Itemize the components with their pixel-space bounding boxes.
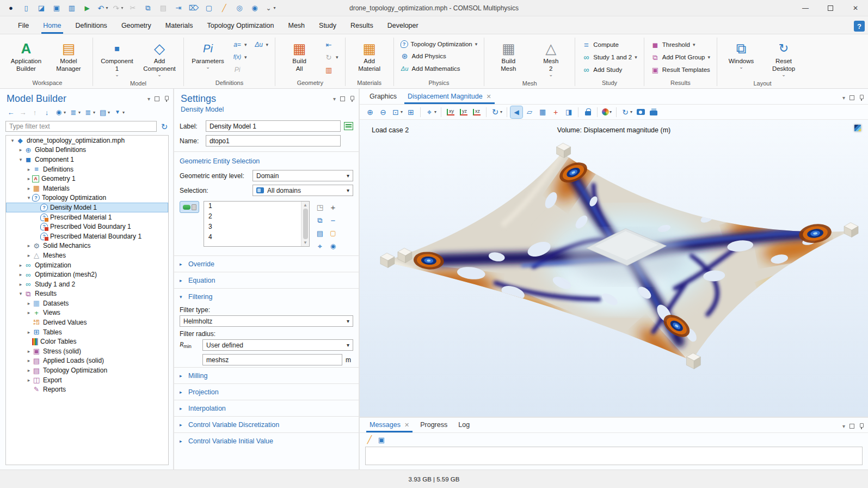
txt-fx-button[interactable]: f(x)▾	[230, 51, 250, 63]
geom-import-button[interactable]: ⇤	[321, 39, 342, 51]
selection-list-item[interactable]: 4	[204, 233, 309, 243]
section-interpolation[interactable]: ▸Interpolation	[174, 400, 359, 416]
float-panel-icon[interactable]	[340, 96, 345, 101]
new-file-button[interactable]: ▯	[20, 2, 33, 14]
tree-item-color-tables[interactable]: Color Tables	[6, 337, 168, 346]
reset-desktop-button[interactable]: ↻ResetDesktop⌄	[763, 38, 804, 79]
view-yz-icon[interactable]: yz	[458, 106, 470, 118]
filter-radius-input[interactable]	[202, 354, 342, 365]
tree-item-tables[interactable]: ▸⊞Tables	[6, 327, 168, 337]
selection-list-item[interactable]: 1	[204, 202, 309, 212]
zoom-selection-icon[interactable]: ⌖	[314, 240, 326, 252]
tree-chevron[interactable]: ▸	[26, 349, 32, 354]
legend-icon[interactable]	[854, 124, 861, 132]
compute-button[interactable]: =Compute	[578, 39, 641, 51]
panel-menu-icon[interactable]: ▾	[842, 95, 845, 101]
model-manager-button[interactable]: ▤ModelManager	[48, 38, 89, 75]
image-effects-icon[interactable]: ▾	[601, 106, 613, 118]
tree-chevron[interactable]: ▸	[17, 282, 24, 287]
add-plot-group-button[interactable]: ⧉Add Plot Group▾	[648, 51, 713, 63]
view-xy-icon[interactable]: xy	[445, 106, 457, 118]
tree-item-views[interactable]: ▸+Views	[6, 308, 168, 318]
transparency-icon[interactable]: ▱	[524, 106, 535, 118]
txt-pi-button[interactable]: Pi	[230, 64, 250, 76]
ribbon-tab-study[interactable]: Study	[312, 18, 343, 34]
redo-button[interactable]: ↷▾	[111, 2, 124, 14]
tree-item-prescribed-void-boundary-1[interactable]: ?Prescribed Void Boundary 1	[6, 222, 168, 231]
tree-item-solid-mechanics[interactable]: ▸⚙Solid Mechanics	[6, 241, 168, 251]
tree-chevron[interactable]: ▸	[26, 377, 32, 383]
name-field[interactable]	[206, 135, 341, 147]
forward-icon[interactable]: →	[17, 107, 28, 118]
ribbon-tab-definitions[interactable]: Definitions	[69, 18, 114, 34]
minimize-button[interactable]: —	[793, 0, 818, 16]
geom-rebuild-button[interactable]: ↻▾	[321, 51, 342, 63]
graphics-tab-graphics[interactable]: Graphics	[364, 89, 402, 104]
add-selection-icon[interactable]: +	[327, 201, 339, 213]
active-toggle[interactable]	[180, 201, 199, 213]
threshold-button[interactable]: ◼Threshold▾	[648, 39, 713, 51]
view-grid-icon[interactable]: ▦	[537, 106, 549, 118]
add-mathematics-button[interactable]: ΔuAdd Mathematics	[397, 63, 481, 75]
tree-chevron[interactable]: ▸	[26, 368, 32, 373]
add-physics-button[interactable]: ⊛Add Physics	[397, 50, 481, 62]
snapshot-icon[interactable]	[635, 106, 647, 118]
paste-selection-icon[interactable]: ▤	[314, 227, 326, 239]
tree-item-results[interactable]: ▾⧉Results	[6, 289, 168, 299]
tree-chevron[interactable]: ▸	[26, 176, 32, 181]
tree-chevron[interactable]: ▸	[26, 310, 32, 315]
ribbon-tab-results[interactable]: Results	[343, 18, 380, 34]
move-up-icon[interactable]: ↑	[29, 107, 40, 118]
txt-a-button[interactable]: a=▾	[230, 39, 250, 51]
update-plot-icon[interactable]: ↻▾	[620, 106, 633, 118]
geom-virtual-button[interactable]: ▥	[321, 64, 342, 76]
tree-chevron[interactable]: ▸	[26, 358, 32, 363]
zoom-in-icon[interactable]: ⊕	[364, 106, 376, 118]
show-icon[interactable]: ◉▾	[53, 107, 67, 118]
tree-chevron[interactable]: ▾	[26, 195, 32, 200]
messages-tab-messages[interactable]: Messages✕	[364, 418, 415, 432]
tree-chevron[interactable]: ▾	[17, 157, 24, 162]
panel-menu-icon[interactable]: ▾	[333, 96, 336, 102]
save-file-button[interactable]: ▣	[50, 2, 63, 14]
mesh-2-button[interactable]: △Mesh2⌄	[530, 38, 571, 79]
close-tab-icon[interactable]: ✕	[404, 422, 409, 429]
messages-output[interactable]	[365, 447, 863, 465]
messages-tab-progress[interactable]: Progress	[415, 418, 453, 432]
pin-panel-icon[interactable]	[859, 423, 864, 429]
float-panel-icon[interactable]	[155, 96, 159, 101]
tree-item-study-1-and-2[interactable]: ▸∞Study 1 and 2	[6, 279, 168, 289]
remove-selection-icon[interactable]: −	[327, 214, 339, 226]
copy-button[interactable]: ⧉	[141, 2, 155, 14]
collapse-all-icon[interactable]: ≣▾	[83, 107, 96, 118]
ribbon-tab-materials[interactable]: Materials	[158, 18, 200, 34]
hide-selection-icon[interactable]: ◉	[327, 240, 339, 252]
label-field[interactable]	[206, 120, 341, 132]
delete-button[interactable]: ⌦	[187, 2, 200, 14]
print-icon[interactable]	[648, 106, 660, 118]
windows-button[interactable]: ⧉Windows⌄	[721, 38, 762, 71]
tree-item-datasets[interactable]: ▸▦Datasets	[6, 298, 168, 308]
txt-du-button[interactable]: Δu▾	[251, 39, 272, 51]
axis-indicator-icon[interactable]: +	[550, 106, 562, 118]
create-selection-icon[interactable]: ◳	[314, 201, 326, 213]
tree-chevron[interactable]: ▸	[17, 263, 24, 268]
select-box-button[interactable]: ▢	[202, 2, 216, 14]
add-component-button[interactable]: ◇AddComponent⌄	[139, 38, 180, 79]
clear-log-icon[interactable]: ╱	[365, 435, 374, 444]
tree-chevron[interactable]: ▸	[26, 301, 32, 306]
tree-item-component-1[interactable]: ▾◼Component 1	[6, 155, 168, 164]
tree-item-geometry-1[interactable]: ▸AGeometry 1	[6, 174, 168, 184]
tree-item-topology-optimization[interactable]: ▾?Topology Optimization	[6, 193, 168, 203]
tree-item-prescribed-material-boundary-1[interactable]: ?Prescribed Material Boundary 1	[6, 231, 168, 241]
tree-item-optimization-mesh2-[interactable]: ▸∞Optimization (mesh2)	[6, 270, 168, 279]
filter-type-dropdown[interactable]: Helmholtz	[180, 315, 353, 327]
parameters-button[interactable]: PiParameters⌄	[187, 38, 229, 71]
tree-chevron[interactable]: ▸	[17, 147, 24, 152]
copy-selection-icon[interactable]: ⧉	[314, 214, 326, 226]
paste-button[interactable]: ▤	[157, 2, 170, 14]
close-button[interactable]: ✕	[843, 0, 868, 16]
expand-all-icon[interactable]: ≣▾	[68, 107, 82, 118]
tree-chevron[interactable]: ▸	[26, 330, 32, 335]
tree-item-export[interactable]: ▸◫Export	[6, 375, 168, 385]
